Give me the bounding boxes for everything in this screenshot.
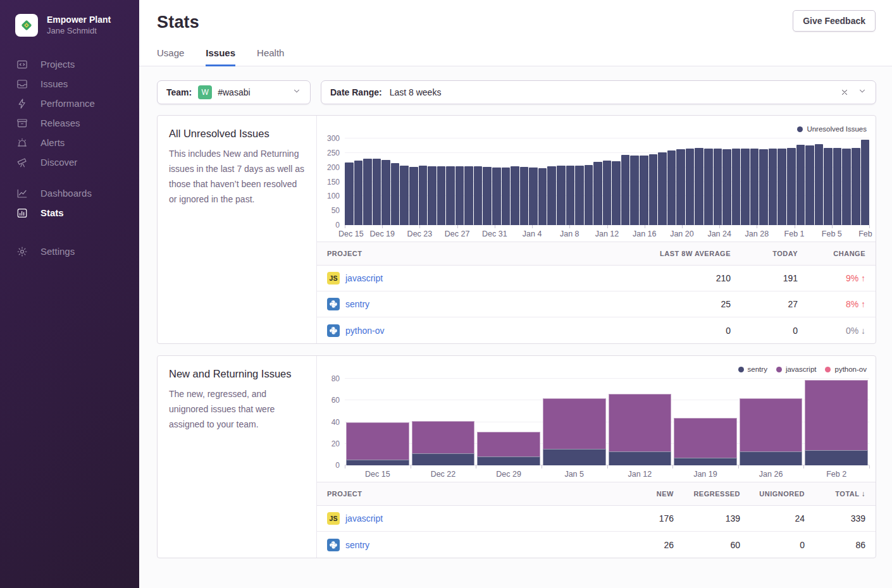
bar[interactable] [667,150,676,225]
bar[interactable] [593,162,602,225]
legend-item-unresolved-issues[interactable]: Unresolved Issues [797,125,867,133]
sidebar-item-releases[interactable]: Releases [0,113,139,133]
sidebar-item-alerts[interactable]: Alerts [0,133,139,152]
bar[interactable] [630,156,639,225]
bar[interactable] [805,145,814,225]
bar[interactable] [373,159,381,225]
legend-item-python-ov[interactable]: python-ov [825,365,867,373]
bar[interactable] [741,149,750,225]
bar[interactable] [621,155,630,225]
bar[interactable] [796,145,805,225]
bar[interactable] [852,148,860,225]
bar[interactable] [502,168,511,225]
stacked-bar[interactable] [672,418,738,465]
bar[interactable] [815,144,824,225]
bar[interactable] [428,166,437,225]
project-link[interactable]: javascript [345,513,383,524]
bar[interactable] [686,149,695,225]
sidebar-item-discover[interactable]: Discover [0,152,139,172]
bar[interactable] [750,149,759,225]
bar[interactable] [511,166,519,225]
sidebar-item-issues[interactable]: Issues [0,74,139,94]
bar[interactable] [520,167,529,225]
column-header-last-8w-average[interactable]: Last 8w Average [623,250,731,257]
give-feedback-button[interactable]: Give Feedback [793,10,876,32]
bar[interactable] [787,148,796,225]
bar[interactable] [455,166,464,225]
bar[interactable] [722,149,731,225]
column-header-regressed[interactable]: Regressed [674,490,740,498]
bar[interactable] [658,152,667,225]
stacked-bar[interactable] [803,380,869,465]
tab-issues[interactable]: Issues [206,47,235,66]
column-header-project[interactable]: Project [327,490,604,498]
bar[interactable] [603,161,612,225]
bar[interactable] [354,161,363,225]
bar[interactable] [464,166,473,225]
bar[interactable] [474,166,483,225]
sidebar-item-performance[interactable]: Performance [0,94,139,113]
sidebar-item-projects[interactable]: Projects [0,54,139,74]
tab-health[interactable]: Health [257,47,284,66]
bar[interactable] [824,148,833,225]
bar[interactable] [437,166,446,225]
bar[interactable] [492,168,501,225]
stacked-bar[interactable] [345,422,411,466]
bar[interactable] [483,167,492,225]
bar[interactable] [363,159,372,225]
sidebar-item-stats[interactable]: Stats [0,203,139,223]
column-header-new[interactable]: New [604,490,674,498]
org-switcher[interactable]: Empower Plant Jane Schmidt [0,0,139,37]
bar[interactable] [612,161,621,225]
bar[interactable] [446,166,455,225]
bar[interactable] [391,163,400,225]
bar[interactable] [345,162,354,225]
bar[interactable] [842,149,851,225]
bar[interactable] [557,166,566,225]
clear-date-range-button[interactable] [840,88,849,97]
bar[interactable] [714,149,722,225]
bar[interactable] [777,149,786,225]
bar[interactable] [640,156,648,225]
project-link[interactable]: javascript [345,273,383,283]
bar[interactable] [538,168,547,225]
bar[interactable] [649,154,658,225]
bar[interactable] [861,140,870,225]
bar[interactable] [575,166,584,225]
bar[interactable] [529,168,538,225]
column-header-total[interactable]: Total↓ [805,489,865,498]
column-header-project[interactable]: Project [327,250,623,257]
column-header-today[interactable]: Today [731,250,798,257]
bar[interactable] [769,149,777,225]
stacked-bar[interactable] [607,394,673,465]
bar[interactable] [585,165,593,225]
bar[interactable] [676,149,685,225]
stacked-bar[interactable] [738,398,804,465]
bar[interactable] [400,166,409,225]
team-select[interactable]: Team: W #wasabi [157,80,311,104]
column-header-change[interactable]: Change [798,250,865,257]
bar[interactable] [547,166,556,225]
legend-item-sentry[interactable]: sentry [738,365,767,373]
bar[interactable] [732,149,741,225]
sidebar-item-dashboards[interactable]: Dashboards [0,183,139,203]
bar[interactable] [833,148,842,225]
project-link[interactable]: sentry [345,540,369,550]
date-range-select[interactable]: Date Range: Last 8 weeks [321,80,876,104]
bar[interactable] [704,149,713,225]
stacked-bar[interactable] [411,421,476,465]
project-link[interactable]: python-ov [345,326,384,336]
bar[interactable] [695,148,703,225]
stacked-bar[interactable] [542,398,607,465]
bar[interactable] [566,166,575,225]
bar[interactable] [381,160,390,225]
legend-item-javascript[interactable]: javascript [776,365,817,373]
bar[interactable] [759,149,768,225]
stacked-bar[interactable] [476,432,542,465]
sidebar-item-settings[interactable]: Settings [0,242,139,261]
column-header-unignored[interactable]: Unignored [740,490,805,498]
bar[interactable] [419,166,428,225]
bar[interactable] [409,167,418,225]
tab-usage[interactable]: Usage [157,47,184,66]
project-link[interactable]: sentry [345,299,369,309]
